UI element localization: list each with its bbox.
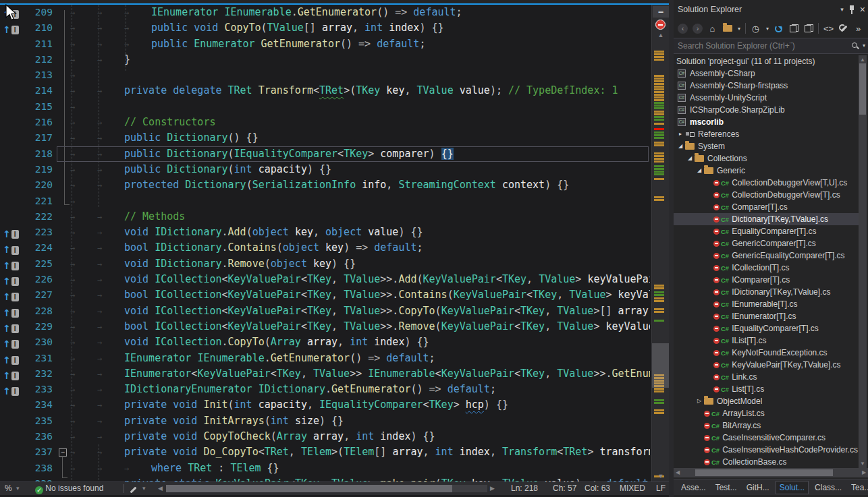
document-health-indicator[interactable]: ✓ No issues found (35, 482, 103, 495)
file-node[interactable]: C#IEnumerable[T].cs (674, 298, 859, 310)
code-line[interactable]: 239→→private static KeyValuePair<TKey, T… (0, 476, 650, 481)
zoom-control[interactable]: % (5, 482, 12, 495)
file-node[interactable]: C#CaseInsensitiveComparer.cs (674, 432, 859, 444)
scroll-up-button[interactable]: ▲ (652, 32, 670, 38)
code-line[interactable]: 222→→// Methods (0, 209, 650, 225)
file-node[interactable]: C#CollectionDebuggerView[T,U].cs (674, 177, 859, 189)
code-line[interactable]: ↑I225→→void IDictionary.Remove(object ke… (0, 256, 650, 272)
file-node[interactable]: C#CaseInsensitiveHashCodeProvider.cs (674, 444, 859, 456)
code-line[interactable]: 214→→private delegate TRet Transform<TRe… (0, 83, 650, 98)
file-node[interactable]: C#ICollection[T].cs (674, 262, 859, 274)
file-node[interactable]: C#List[T].cs (674, 383, 859, 395)
code-line[interactable]: 213→ (0, 67, 650, 83)
collapse-all-button[interactable] (803, 23, 813, 34)
file-node[interactable]: C#IEqualityComparer[T].cs (674, 322, 859, 334)
project-node[interactable]: C#Assembly-CSharp (674, 67, 859, 80)
code-line[interactable]: ↑I224→→bool IDictionary.Contains(object … (0, 240, 650, 256)
file-node[interactable]: C#KeyValuePair[TKey,TValue].cs (674, 359, 859, 371)
tree-vertical-scrollbar[interactable]: ▲ ▼ (859, 55, 867, 468)
scroll-down-button[interactable]: ▼ (652, 473, 670, 479)
code-line[interactable]: ↑I228→→void ICollection<KeyValuePair<TKe… (0, 303, 650, 319)
file-node[interactable]: C#ArrayList.cs (674, 407, 859, 419)
hscroll-left-button[interactable]: ◀ (158, 482, 163, 495)
code-line[interactable]: 211→→→public Enumerator GetEnumerator() … (0, 36, 650, 52)
code-cleanup-icon[interactable] (132, 485, 134, 497)
tree-vscroll-thumb[interactable] (859, 63, 866, 115)
dropdown-chevron-icon[interactable]: ▾ (738, 26, 740, 32)
toolbar-overflow-button[interactable]: » (853, 23, 863, 34)
fold-collapse-button[interactable]: − (59, 448, 67, 457)
dropdown-chevron-icon[interactable]: ▾ (766, 26, 769, 32)
tree-horizontal-scrollbar[interactable]: ◀ ▶ (674, 468, 868, 477)
code-line[interactable]: ↑I232→→IEnumerator<KeyValuePair<TKey, TV… (0, 366, 650, 382)
file-node[interactable]: C#Link.cs (674, 371, 859, 383)
file-node[interactable]: C#Comparer[T].cs (674, 201, 859, 213)
tree-node[interactable]: ◢Generic (674, 165, 859, 177)
code-line[interactable]: 235→→private void InitArrays(int size) {… (0, 413, 650, 429)
file-node[interactable]: C#CollectionDebuggerView[T].cs (674, 189, 859, 201)
tree-node[interactable]: ▸References (674, 128, 859, 140)
code-line[interactable]: ↑I231→→IEnumerator IEnumerable.GetEnumer… (0, 351, 650, 366)
panel-title-bar[interactable]: Solution Explorer ▾ × (674, 0, 868, 19)
scroll-left-button[interactable]: ◀ (674, 468, 682, 477)
switch-views-button[interactable] (722, 23, 732, 34)
editor-scrollbar[interactable]: ═ ▲ ▼ (651, 5, 669, 481)
code-line[interactable]: ↑I209→→→IEnumerator IEnumerable.GetEnume… (0, 5, 650, 20)
code-line[interactable]: ↑I233→→IDictionaryEnumerator IDictionary… (0, 382, 650, 397)
file-node[interactable]: C#Dictionary[TKey,TValue].cs (674, 213, 859, 225)
code-cleanup-dropdown-icon[interactable]: ▾ (142, 482, 146, 495)
properties-button[interactable] (838, 23, 848, 34)
expander-icon[interactable]: ◢ (686, 152, 694, 165)
scroll-down-button[interactable]: ▼ (859, 461, 867, 467)
file-node[interactable]: C#KeyNotFoundException.cs (674, 347, 859, 359)
code-line[interactable]: ↑I229→→bool ICollection<KeyValuePair<TKe… (0, 319, 650, 334)
code-line[interactable]: 221→ (0, 194, 650, 209)
code-line[interactable]: ↑I210→→→public void CopyTo(TValue[] arra… (0, 20, 650, 36)
pin-icon[interactable] (849, 5, 855, 14)
file-node[interactable]: C#IEnumerator[T].cs (674, 310, 859, 322)
code-line[interactable]: ↑I223→→void IDictionary.Add(object key, … (0, 225, 650, 240)
expander-icon[interactable]: ◢ (676, 140, 684, 152)
file-node[interactable]: C#IComparer[T].cs (674, 274, 859, 286)
vertical-scrollbar-thumb[interactable] (652, 343, 670, 388)
horizontal-scrollbar[interactable] (166, 485, 487, 492)
project-node[interactable]: C#mscorlib (674, 116, 859, 128)
file-node[interactable]: C#BitArray.cs (674, 419, 859, 432)
code-line[interactable]: 217→→public Dictionary() {} (0, 130, 650, 146)
code-line[interactable]: 215→ (0, 99, 650, 115)
expander-icon[interactable]: ◢ (695, 165, 703, 177)
tree-node[interactable]: ▷ObjectModel (674, 395, 859, 407)
back-button[interactable]: ‹ (678, 24, 688, 34)
forward-button[interactable]: › (693, 24, 703, 34)
code-line[interactable]: 234→→private void Init(int capacity, IEq… (0, 397, 650, 413)
code-line[interactable]: 219→→public Dictionary(int capacity) {} (0, 162, 650, 177)
home-button[interactable]: ⌂ (707, 23, 717, 34)
code-line[interactable]: ↑I226→→void ICollection<KeyValuePair<TKe… (0, 272, 650, 287)
file-node[interactable]: C#IList[T].cs (674, 334, 859, 347)
solution-node[interactable]: Solution 'project-gui' (11 of 11 project… (674, 55, 859, 67)
current-code-line[interactable]: 218→→public Dictionary(IEqualityComparer… (0, 146, 650, 162)
code-line[interactable]: 216→→// Constructors (0, 115, 650, 130)
split-editor-handle[interactable]: ═ (653, 6, 669, 18)
code-text-area[interactable]: − ↑I209→→→IEnumerator IEnumerable.GetEnu… (0, 5, 650, 481)
code-line[interactable]: 237→→private void Do_CopyTo<TRet, TElem>… (0, 444, 650, 460)
tree-hscroll-thumb[interactable] (695, 469, 833, 476)
sync-with-active-document-button[interactable] (788, 23, 798, 34)
file-node[interactable]: C#IDictionary[TKey,TValue].cs (674, 286, 859, 298)
file-node[interactable]: C#GenericComparer[T].cs (674, 237, 859, 250)
search-box[interactable]: Search Solution Explorer (Ctrl+¨) ▾ (674, 38, 868, 54)
code-line[interactable]: 238→→→where TRet : TElem {} (0, 461, 650, 476)
code-line[interactable]: 236→→private void CopyToCheck(Array arra… (0, 429, 650, 444)
project-node[interactable]: C#Assembly-CSharp-firstpass (674, 80, 859, 92)
tool-window-tab[interactable]: Test... (712, 481, 740, 494)
code-line[interactable]: 220→→protected Dictionary(SerializationI… (0, 177, 650, 193)
file-node[interactable]: C#EqualityComparer[T].cs (674, 225, 859, 237)
file-node[interactable]: C#GenericEqualityComparer[T].cs (674, 250, 859, 262)
tool-window-tab[interactable]: Class... (811, 481, 845, 494)
file-node[interactable]: C#CollectionBase.cs (674, 456, 859, 468)
expander-icon[interactable]: ▷ (695, 395, 703, 407)
pending-changes-filter-button[interactable]: ◷ (751, 23, 761, 34)
code-line[interactable]: ↑I227→→bool ICollection<KeyValuePair<TKe… (0, 287, 650, 303)
project-node[interactable]: C#ICSharpCode.SharpZipLib (674, 104, 859, 116)
search-options-icon[interactable]: ▾ (863, 38, 865, 53)
